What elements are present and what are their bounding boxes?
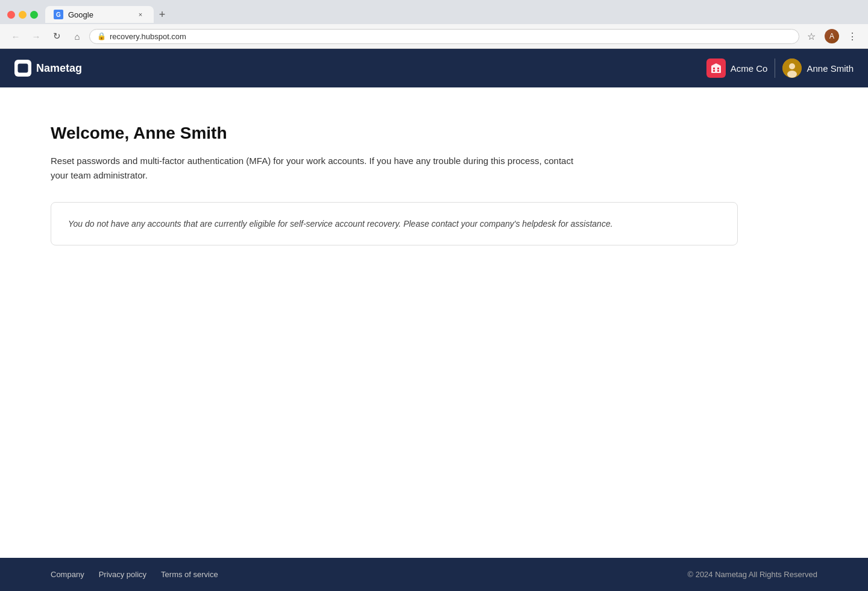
svg-rect-5 [717, 68, 719, 69]
browser-profile-button[interactable]: A [823, 28, 840, 45]
traffic-light-maximize[interactable] [30, 11, 38, 19]
header-divider [775, 58, 775, 78]
traffic-light-close[interactable] [7, 11, 15, 19]
nametag-logo: N Nametag [14, 60, 82, 77]
browser-profile-avatar: A [825, 29, 839, 43]
header-right: Acme Co Anne Smith [706, 58, 854, 78]
user-badge[interactable]: Anne Smith [782, 58, 854, 78]
svg-point-10 [789, 63, 795, 69]
new-tab-button[interactable]: + [154, 6, 171, 23]
forward-button[interactable]: → [28, 28, 45, 45]
company-badge: Acme Co [706, 58, 768, 78]
browser-toolbar: ← → ↻ ⌂ 🔒 recovery.hubspot.com ☆ A ⋮ [0, 24, 868, 49]
app-footer: Company Privacy policy Terms of service … [0, 558, 868, 591]
tab-title: Google [68, 10, 131, 19]
info-box-text: You do not have any accounts that are cu… [68, 217, 720, 230]
svg-point-11 [787, 71, 797, 78]
svg-rect-7 [717, 70, 719, 72]
svg-rect-3 [711, 66, 721, 73]
back-button[interactable]: ← [7, 28, 24, 45]
svg-marker-8 [711, 63, 721, 66]
user-name: Anne Smith [807, 63, 854, 74]
bookmark-button[interactable]: ☆ [803, 28, 820, 45]
page-title: Welcome, Anne Smith [51, 124, 817, 143]
tab-close-button[interactable]: × [136, 10, 145, 19]
traffic-light-minimize[interactable] [19, 11, 27, 19]
lock-icon: 🔒 [97, 32, 106, 40]
refresh-button[interactable]: ↻ [48, 28, 65, 45]
app-wrapper: N Nametag Acme Co [0, 49, 868, 591]
footer-link-privacy[interactable]: Privacy policy [99, 570, 146, 579]
app-main: Welcome, Anne Smith Reset passwords and … [0, 87, 868, 558]
page-description: Reset passwords and multi-factor authent… [51, 154, 593, 183]
address-bar[interactable]: 🔒 recovery.hubspot.com [89, 29, 799, 44]
footer-copyright: © 2024 Nametag All Rights Reserved [687, 570, 817, 579]
svg-rect-4 [713, 68, 715, 69]
logo-icon: N [14, 60, 31, 77]
company-icon [706, 58, 726, 78]
svg-rect-6 [713, 70, 715, 72]
browser-tab-active[interactable]: G Google × [45, 6, 154, 23]
footer-link-company[interactable]: Company [51, 570, 84, 579]
info-box: You do not have any accounts that are cu… [51, 202, 738, 245]
user-avatar [782, 58, 802, 78]
address-text: recovery.hubspot.com [110, 32, 791, 41]
traffic-lights [7, 11, 38, 19]
browser-menu-button[interactable]: ⋮ [844, 28, 861, 45]
footer-link-terms[interactable]: Terms of service [161, 570, 218, 579]
app-header: N Nametag Acme Co [0, 49, 868, 87]
logo-text: Nametag [36, 62, 82, 75]
tab-favicon: G [54, 10, 63, 19]
tab-bar: G Google × + [45, 6, 861, 23]
svg-text:N: N [20, 64, 26, 72]
company-name: Acme Co [731, 63, 768, 74]
browser-titlebar: G Google × + [0, 0, 868, 24]
browser-chrome: G Google × + ← → ↻ ⌂ 🔒 recovery.hubspot.… [0, 0, 868, 49]
home-button[interactable]: ⌂ [69, 28, 86, 45]
